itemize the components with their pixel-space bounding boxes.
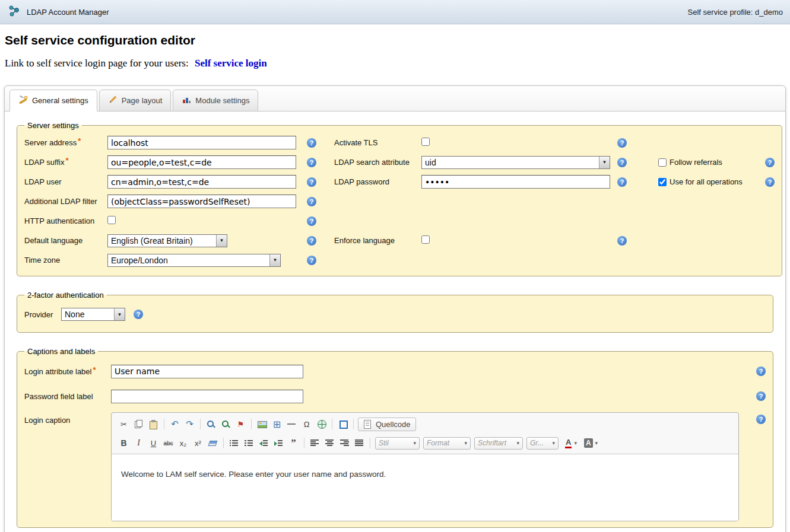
ldap-user-input[interactable]: [107, 175, 296, 189]
source-code-label: Quellcode: [376, 420, 411, 429]
help-icon[interactable]: ?: [307, 216, 316, 226]
enforce-language-checkbox[interactable]: [421, 235, 430, 244]
selected-value: uid: [422, 158, 599, 167]
help-icon[interactable]: ?: [765, 158, 775, 167]
ldap-search-attribute-select[interactable]: uid ▼: [421, 156, 610, 169]
spellcheck-flag-icon[interactable]: ⚑: [233, 417, 248, 431]
login-attribute-label: Login attribute label*: [24, 367, 111, 376]
insert-image-icon[interactable]: [255, 417, 269, 431]
justify-icon[interactable]: [352, 436, 367, 450]
numbered-list-icon[interactable]: [227, 436, 242, 450]
caret-down-icon: ▾: [464, 440, 467, 446]
tab-module-settings[interactable]: Module settings: [173, 90, 258, 112]
maximize-icon[interactable]: [335, 417, 350, 431]
help-icon[interactable]: ?: [756, 391, 766, 401]
format-dropdown[interactable]: Format ▾: [423, 437, 471, 450]
tab-page-layout[interactable]: Page layout: [99, 90, 172, 112]
form-row: Password field label ?: [24, 384, 766, 409]
special-char-icon[interactable]: Ω: [299, 417, 314, 431]
indent-icon[interactable]: [271, 436, 286, 450]
self-service-login-link[interactable]: Self service login: [195, 58, 267, 69]
subscript-icon[interactable]: x₂: [176, 436, 191, 450]
font-dropdown-label: Schriftart: [478, 439, 506, 447]
iframe-globe-icon[interactable]: [314, 417, 329, 431]
outdent-icon[interactable]: [256, 436, 271, 450]
italic-icon[interactable]: I: [131, 436, 146, 450]
help-icon[interactable]: ?: [307, 158, 316, 167]
replace-icon[interactable]: [218, 417, 233, 431]
password-field-label-input[interactable]: [111, 390, 303, 403]
form-row: Time zone Europe/London ▼ ?: [24, 250, 775, 270]
two-factor-legend: 2-factor authentication: [24, 291, 107, 300]
source-code-button[interactable]: Quellcode: [358, 418, 416, 431]
blockquote-icon[interactable]: ”: [286, 436, 301, 450]
align-center-icon[interactable]: [322, 436, 337, 450]
ldap-password-label: LDAP password: [334, 177, 421, 186]
toolbar-separator: [370, 438, 370, 448]
use-for-all-operations-checkbox[interactable]: [658, 178, 667, 186]
help-icon[interactable]: ?: [307, 177, 316, 187]
help-icon[interactable]: ?: [617, 236, 627, 246]
cut-icon[interactable]: ✂: [116, 417, 131, 431]
remove-format-icon[interactable]: [205, 436, 220, 450]
help-icon[interactable]: ?: [617, 158, 627, 167]
help-icon[interactable]: ?: [134, 310, 143, 319]
help-icon[interactable]: ?: [307, 256, 316, 265]
editor-toolbar-row1: ✂ ↶ ↷ ⚑ ⊞ Ω: [112, 413, 738, 434]
styles-dropdown[interactable]: Stil ▾: [375, 437, 420, 450]
align-left-icon[interactable]: [307, 436, 322, 450]
underline-icon[interactable]: U: [146, 436, 161, 450]
size-dropdown[interactable]: Gr... ▾: [526, 437, 559, 450]
time-zone-select[interactable]: Europe/London ▼: [107, 254, 281, 267]
copy-icon[interactable]: [131, 417, 146, 431]
tab-general-settings[interactable]: General settings: [9, 90, 97, 112]
captions-legend: Captions and labels: [24, 347, 98, 356]
editor-content-area[interactable]: Welcome to LAM self service. Please ente…: [112, 454, 738, 521]
bulleted-list-icon[interactable]: [242, 436, 256, 450]
provider-select[interactable]: None ▼: [61, 308, 125, 321]
ldap-password-input[interactable]: [421, 175, 610, 189]
background-color-button[interactable]: A ▾: [582, 436, 600, 450]
app-branding: LDAP Account Manager: [7, 4, 109, 20]
bold-icon[interactable]: B: [116, 436, 131, 450]
default-language-select[interactable]: English (Great Britain) ▼: [107, 234, 227, 247]
login-caption-label: Login caption: [24, 412, 111, 425]
help-icon[interactable]: ?: [307, 138, 316, 148]
undo-icon[interactable]: ↶: [167, 417, 182, 431]
font-dropdown[interactable]: Schriftart ▾: [474, 437, 523, 450]
toolbar-separator: [164, 419, 164, 429]
text-color-button[interactable]: A ▾: [563, 436, 579, 450]
help-icon[interactable]: ?: [307, 236, 316, 246]
help-icon[interactable]: ?: [765, 177, 775, 187]
enforce-language-label: Enforce language: [334, 236, 421, 245]
server-address-input[interactable]: [107, 136, 296, 149]
redo-icon[interactable]: ↷: [182, 417, 197, 431]
superscript-icon[interactable]: x²: [191, 436, 205, 450]
http-authentication-checkbox[interactable]: [107, 216, 116, 224]
additional-ldap-filter-input[interactable]: [107, 195, 296, 208]
find-icon[interactable]: [204, 417, 218, 431]
lam-logo-icon: [7, 4, 21, 20]
ldap-suffix-input[interactable]: [107, 155, 296, 169]
editor-toolbar-row2: B I U abc x₂ x² ”: [112, 434, 738, 454]
required-marker: *: [65, 156, 68, 165]
help-icon[interactable]: ?: [756, 367, 766, 376]
strikethrough-icon[interactable]: abc: [161, 436, 176, 450]
form-row: HTTP authentication ?: [24, 211, 775, 231]
login-attribute-input[interactable]: [111, 365, 303, 378]
ldap-suffix-label: LDAP suffix*: [24, 158, 107, 167]
selected-value: Europe/London: [108, 256, 269, 265]
activate-tls-checkbox[interactable]: [421, 138, 430, 146]
help-icon[interactable]: ?: [307, 197, 316, 206]
login-link-line: Link to self service login page for your…: [5, 58, 790, 69]
help-icon[interactable]: ?: [617, 138, 627, 148]
help-icon[interactable]: ?: [756, 415, 766, 424]
paste-icon[interactable]: [146, 417, 161, 431]
insert-table-icon[interactable]: ⊞: [269, 417, 284, 431]
horizontal-rule-icon[interactable]: [284, 417, 299, 431]
align-right-icon[interactable]: [337, 436, 352, 450]
follow-referrals-checkbox[interactable]: [658, 158, 667, 167]
ldap-search-attribute-label: LDAP search attribute: [334, 158, 421, 167]
help-icon[interactable]: ?: [617, 177, 627, 187]
additional-ldap-filter-label: Additional LDAP filter: [24, 197, 107, 206]
